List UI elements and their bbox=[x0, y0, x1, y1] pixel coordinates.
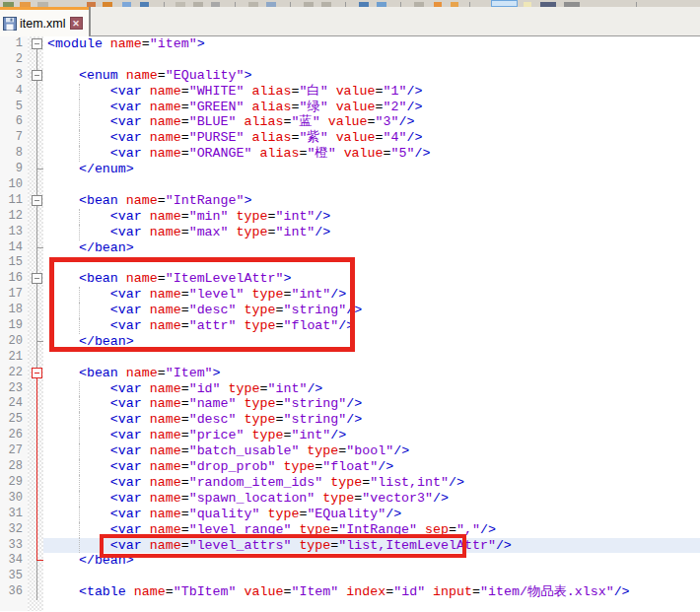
code-line[interactable]: 22 <bean name="Item"> bbox=[0, 366, 700, 381]
fold-margin-cell[interactable] bbox=[28, 334, 43, 350]
fold-margin-cell[interactable] bbox=[28, 459, 43, 475]
code-line[interactable]: 9 </enum> bbox=[0, 162, 700, 177]
fold-margin-cell[interactable] bbox=[28, 584, 43, 600]
code-line[interactable]: 30 <var name="spawn_location" type="vect… bbox=[0, 491, 700, 507]
tab-item-xml[interactable]: item.xml ✕ bbox=[0, 7, 91, 36]
code-line[interactable]: 10 bbox=[0, 177, 700, 193]
code-line[interactable]: 6 <var name="BLUE" alias="蓝" value="3"/> bbox=[0, 114, 700, 130]
fold-margin-cell[interactable] bbox=[28, 475, 43, 491]
line-number[interactable]: 33 bbox=[0, 538, 28, 554]
line-number[interactable]: 4 bbox=[0, 84, 28, 100]
fold-margin-cell[interactable] bbox=[28, 177, 43, 193]
code-text[interactable]: <var name="desc" type="string"/> bbox=[43, 303, 700, 318]
fold-margin-cell[interactable] bbox=[28, 538, 43, 554]
code-text[interactable]: </bean> bbox=[43, 553, 700, 569]
line-number[interactable]: 24 bbox=[0, 396, 28, 412]
code-text[interactable]: <bean name="Item"> bbox=[43, 366, 700, 381]
code-line[interactable]: 13 <var name="max" type="int"/> bbox=[0, 225, 700, 240]
fold-toggle-icon[interactable] bbox=[28, 68, 43, 84]
line-number[interactable]: 19 bbox=[0, 318, 28, 334]
code-text[interactable] bbox=[43, 350, 700, 366]
fold-margin-cell[interactable] bbox=[28, 225, 43, 240]
code-text[interactable]: <var name="price" type="int"/> bbox=[43, 428, 700, 443]
fold-toggle-icon[interactable] bbox=[28, 193, 43, 209]
fold-margin-cell[interactable] bbox=[28, 350, 43, 366]
code-text[interactable] bbox=[43, 255, 700, 271]
fold-margin-cell[interactable] bbox=[28, 491, 43, 507]
line-number[interactable]: 28 bbox=[0, 459, 28, 475]
code-line[interactable]: 17 <var name="level" type="int"/> bbox=[0, 287, 700, 303]
code-text[interactable]: <var name="PURSE" alias="紫" value="4"/> bbox=[43, 130, 700, 146]
code-line[interactable]: 31 <var name="quality" type="EQuality"/> bbox=[0, 507, 700, 522]
code-line[interactable]: 34 </bean> bbox=[0, 553, 700, 569]
code-text[interactable]: <var name="WHITE" alias="白" value="1"/> bbox=[43, 84, 700, 100]
line-number[interactable]: 23 bbox=[0, 381, 28, 397]
code-text[interactable]: </bean> bbox=[43, 240, 700, 256]
tab-close-icon[interactable]: ✕ bbox=[70, 17, 83, 30]
fold-margin-cell[interactable] bbox=[28, 146, 43, 162]
code-line[interactable]: 23 <var name="id" type="int"/> bbox=[0, 381, 700, 397]
code-line[interactable]: 7 <var name="PURSE" alias="紫" value="4"/… bbox=[0, 130, 700, 146]
fold-margin-cell[interactable] bbox=[28, 569, 43, 584]
fold-margin-cell[interactable] bbox=[28, 84, 43, 100]
code-text[interactable]: <var name="batch_usable" type="bool"/> bbox=[43, 443, 700, 459]
code-line[interactable]: 32 <var name="level_range" type="IntRang… bbox=[0, 522, 700, 538]
fold-margin-cell[interactable] bbox=[28, 553, 43, 569]
fold-margin-cell[interactable] bbox=[28, 443, 43, 459]
code-text[interactable]: <var name="name" type="string"/> bbox=[43, 396, 700, 412]
code-text[interactable]: <bean name="IntRange"> bbox=[43, 193, 700, 209]
line-number[interactable]: 5 bbox=[0, 100, 28, 115]
fold-margin-cell[interactable] bbox=[28, 507, 43, 522]
code-text[interactable]: <var name="id" type="int"/> bbox=[43, 381, 700, 397]
code-text[interactable]: <var name="max" type="int"/> bbox=[43, 225, 700, 240]
line-number[interactable]: 1 bbox=[0, 36, 28, 52]
code-line[interactable]: 14 </bean> bbox=[0, 240, 700, 256]
fold-margin-cell[interactable] bbox=[28, 255, 43, 271]
code-text[interactable]: <var name="desc" type="string"/> bbox=[43, 412, 700, 428]
line-number[interactable]: 12 bbox=[0, 209, 28, 225]
code-line[interactable]: 1<module name="item"> bbox=[0, 36, 700, 52]
fold-margin-cell[interactable] bbox=[28, 209, 43, 225]
fold-margin-cell[interactable] bbox=[28, 114, 43, 130]
fold-margin-cell[interactable] bbox=[28, 396, 43, 412]
fold-margin-cell[interactable] bbox=[28, 162, 43, 177]
code-text[interactable]: <var name="random_item_ids" type="list,i… bbox=[43, 475, 700, 491]
line-number[interactable]: 6 bbox=[0, 114, 28, 130]
code-text[interactable]: <bean name="ItemLevelAttr"> bbox=[43, 271, 700, 287]
line-number[interactable]: 31 bbox=[0, 507, 28, 522]
fold-margin-cell[interactable] bbox=[28, 52, 43, 68]
fold-margin-cell[interactable] bbox=[28, 412, 43, 428]
code-line[interactable]: 19 <var name="attr" type="float"/> bbox=[0, 318, 700, 334]
code-line[interactable]: 29 <var name="random_item_ids" type="lis… bbox=[0, 475, 700, 491]
code-line[interactable]: 25 <var name="desc" type="string"/> bbox=[0, 412, 700, 428]
code-text[interactable]: <table name="TbItem" value="Item" index=… bbox=[43, 584, 700, 600]
code-line[interactable]: 11 <bean name="IntRange"> bbox=[0, 193, 700, 209]
fold-margin-cell[interactable] bbox=[28, 303, 43, 318]
line-number[interactable]: 25 bbox=[0, 412, 28, 428]
code-line[interactable]: 35 bbox=[0, 569, 700, 584]
code-editor[interactable]: 1<module name="item">23 <enum name="EQua… bbox=[0, 36, 700, 611]
code-line[interactable]: 28 <var name="drop_prob" type="float"/> bbox=[0, 459, 700, 475]
code-line[interactable]: 15 bbox=[0, 255, 700, 271]
code-line[interactable]: 27 <var name="batch_usable" type="bool"/… bbox=[0, 443, 700, 459]
code-line[interactable]: 20 </bean> bbox=[0, 334, 700, 350]
code-text[interactable]: <module name="item"> bbox=[43, 36, 700, 52]
code-line[interactable]: 4 <var name="WHITE" alias="白" value="1"/… bbox=[0, 84, 700, 100]
code-text[interactable]: </bean> bbox=[43, 334, 700, 350]
code-text[interactable] bbox=[43, 52, 700, 68]
code-text[interactable]: <var name="spawn_location" type="vector3… bbox=[43, 491, 700, 507]
code-line[interactable]: 18 <var name="desc" type="string"/> bbox=[0, 303, 700, 318]
code-text[interactable]: <var name="quality" type="EQuality"/> bbox=[43, 507, 700, 522]
code-line[interactable]: 2 bbox=[0, 52, 700, 68]
line-number[interactable]: 11 bbox=[0, 193, 28, 209]
fold-margin-cell[interactable] bbox=[28, 318, 43, 334]
fold-toggle-icon[interactable] bbox=[28, 36, 43, 52]
code-text[interactable] bbox=[43, 177, 700, 193]
fold-margin-cell[interactable] bbox=[28, 522, 43, 538]
code-text[interactable]: <var name="level" type="int"/> bbox=[43, 287, 700, 303]
code-text[interactable]: <var name="level_attrs" type="list,ItemL… bbox=[43, 538, 700, 554]
code-text[interactable]: </enum> bbox=[43, 162, 700, 177]
line-number[interactable]: 30 bbox=[0, 491, 28, 507]
code-line-current[interactable]: 33 <var name="level_attrs" type="list,It… bbox=[0, 538, 700, 554]
code-line[interactable]: 12 <var name="min" type="int"/> bbox=[0, 209, 700, 225]
